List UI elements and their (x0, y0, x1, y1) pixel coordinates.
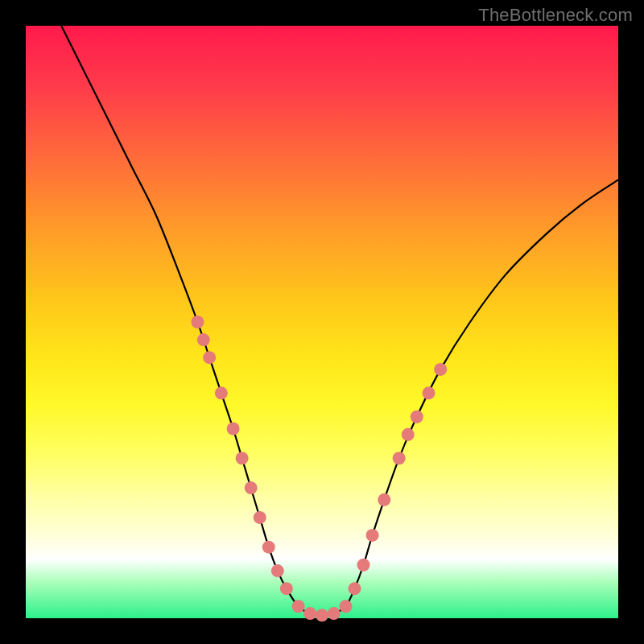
data-marker (203, 351, 216, 364)
watermark-label: TheBottleneck.com (478, 5, 633, 26)
data-marker (434, 363, 447, 376)
data-marker (191, 316, 204, 328)
data-marker (328, 607, 341, 620)
data-marker (303, 607, 316, 620)
data-marker (393, 452, 406, 464)
data-marker (366, 529, 379, 542)
data-marker (402, 428, 415, 441)
data-marker (378, 493, 390, 506)
data-markers (191, 316, 447, 621)
data-marker (348, 582, 361, 595)
data-marker (254, 511, 266, 524)
data-marker (236, 452, 249, 464)
data-marker (422, 386, 435, 399)
bottleneck-curve (61, 26, 618, 615)
data-marker (262, 541, 275, 554)
data-marker (292, 600, 305, 613)
chart-canvas: TheBottleneck.com (0, 0, 644, 644)
data-marker (245, 481, 258, 494)
data-marker (271, 564, 284, 577)
data-marker (215, 386, 228, 399)
data-marker (227, 422, 240, 435)
data-marker (411, 411, 423, 423)
data-marker (339, 600, 352, 613)
plot-area (26, 26, 618, 618)
curve-svg (26, 26, 618, 618)
data-marker (197, 333, 210, 346)
data-marker (316, 609, 328, 621)
data-marker (280, 582, 293, 595)
data-marker (357, 559, 370, 572)
